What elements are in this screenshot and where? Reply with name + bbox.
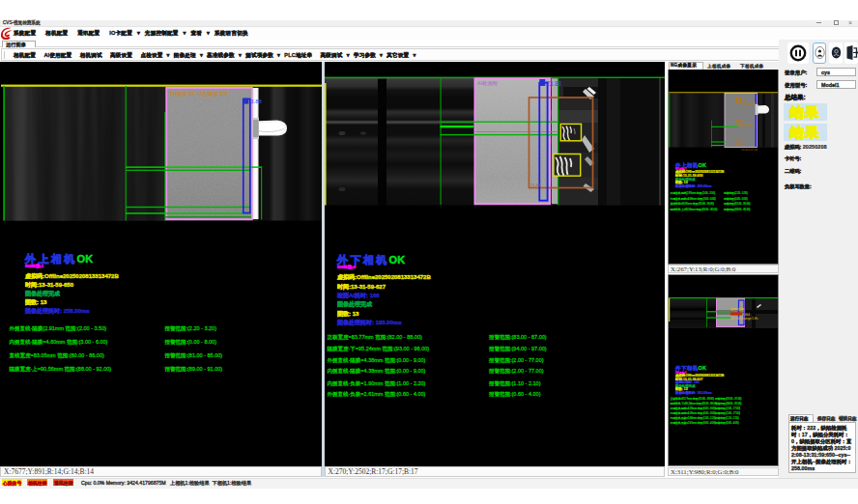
svg-text:53.40;54.0;8: 53.40;54.0;8 xyxy=(741,149,758,151)
svg-text:报警范围: 报警范围 xyxy=(730,307,745,312)
svg-text:23.88: 23.88 xyxy=(546,80,561,87)
svg-text:TH阈值:93, 动态阈值:100: TH阈值:93, 动态阈值:100 xyxy=(170,91,229,98)
svg-text:12.CS43 range 5.8s: 12.CS43 range 5.8s xyxy=(730,317,758,321)
svg-text:3.88: 3.88 xyxy=(250,98,263,104)
svg-text:53.40;14.8: 53.40;14.8 xyxy=(742,102,757,106)
svg-text:71.63: 71.63 xyxy=(530,182,541,187)
svg-text:AI检测框: AI检测框 xyxy=(477,80,499,87)
svg-text:23.48;3.4: 23.48;3.4 xyxy=(742,124,755,127)
